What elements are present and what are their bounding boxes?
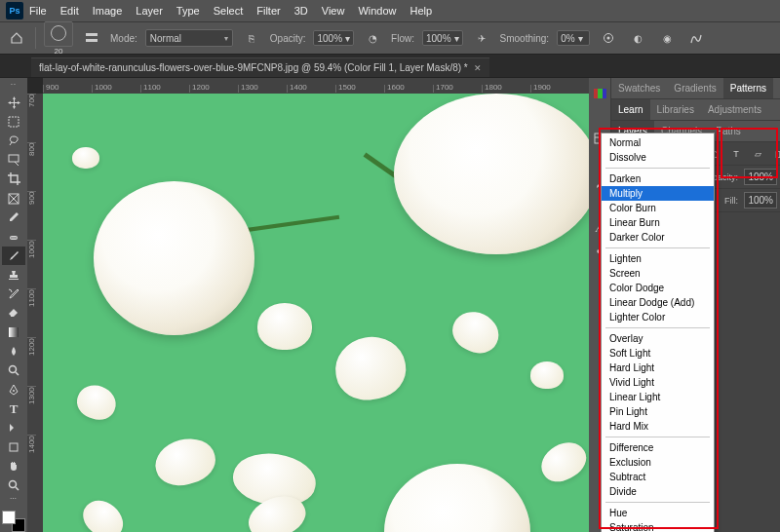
- blend-option-hard-light[interactable]: Hard Light: [602, 361, 714, 375]
- gradient-tool[interactable]: [2, 323, 25, 342]
- airbrush-icon[interactable]: ✈: [471, 27, 492, 49]
- menu-window[interactable]: Window: [358, 5, 396, 17]
- tools-panel: ∙∙ T ⋯: [0, 78, 27, 532]
- tab-learn[interactable]: Learn: [611, 99, 650, 120]
- pressure-opacity-icon[interactable]: ◔: [362, 27, 383, 49]
- menu-edit[interactable]: Edit: [60, 5, 79, 17]
- menu-3d[interactable]: 3D: [294, 5, 308, 17]
- history-brush-tool[interactable]: [2, 285, 25, 304]
- filter-shape-icon[interactable]: ▱: [750, 147, 765, 161]
- selection-tool[interactable]: [2, 150, 25, 170]
- brush-size: 20: [55, 47, 63, 56]
- document-tab[interactable]: flat-lay-of-white-ranunculus-flowers-ove…: [31, 57, 489, 77]
- layer-opacity-input[interactable]: 100%: [744, 169, 777, 185]
- lasso-tool[interactable]: [2, 132, 25, 151]
- blend-option-dissolve[interactable]: Dissolve: [602, 150, 714, 165]
- blend-option-difference[interactable]: Difference: [602, 440, 714, 455]
- brush-tool[interactable]: [2, 247, 25, 266]
- menu-type[interactable]: Type: [176, 5, 200, 17]
- layer-fill-input[interactable]: 100%: [744, 192, 777, 209]
- tab-patterns[interactable]: Patterns: [723, 78, 773, 98]
- blend-option-color-burn[interactable]: Color Burn: [602, 201, 714, 215]
- tab-libraries[interactable]: Libraries: [650, 99, 701, 120]
- blend-mode-select[interactable]: Normal▾: [145, 29, 233, 47]
- smoothing-input[interactable]: 0%▾: [557, 30, 590, 46]
- menu-view[interactable]: View: [322, 5, 345, 17]
- blend-option-vivid-light[interactable]: Vivid Light: [602, 375, 714, 390]
- svg-point-11: [13, 237, 15, 239]
- home-icon[interactable]: [6, 27, 27, 49]
- blend-option-color-dodge[interactable]: Color Dodge: [602, 281, 714, 295]
- frame-tool[interactable]: [2, 189, 25, 209]
- symmetry-icon[interactable]: [685, 27, 707, 49]
- blend-option-multiply[interactable]: Multiply: [602, 186, 714, 201]
- svg-point-18: [10, 481, 17, 488]
- close-icon[interactable]: ✕: [474, 63, 482, 73]
- flow-label: Flow:: [391, 33, 414, 44]
- pressure-size-icon[interactable]: ◉: [656, 27, 678, 49]
- flow-input[interactable]: 100%▾: [422, 30, 463, 46]
- blend-option-darker-color[interactable]: Darker Color: [602, 230, 714, 245]
- type-tool[interactable]: T: [2, 399, 25, 419]
- foreground-background-swatch[interactable]: [2, 511, 25, 531]
- blend-option-divide[interactable]: Divide: [602, 484, 714, 499]
- panel-tabs-row2: Learn Libraries Adjustments: [611, 99, 780, 121]
- marquee-tool[interactable]: [2, 112, 25, 132]
- menu-help[interactable]: Help: [410, 5, 433, 17]
- tab-gradients[interactable]: Gradients: [667, 78, 722, 98]
- menu-file[interactable]: File: [29, 5, 47, 17]
- color-panel-icon[interactable]: [589, 84, 610, 103]
- blend-option-normal[interactable]: Normal: [602, 135, 714, 150]
- shape-tool[interactable]: [2, 437, 25, 457]
- eyedropper-tool[interactable]: [2, 208, 25, 227]
- blend-option-screen[interactable]: Screen: [602, 266, 714, 281]
- blend-option-saturation[interactable]: Saturation: [602, 520, 714, 532]
- menu-select[interactable]: Select: [214, 5, 244, 17]
- blend-option-lighten[interactable]: Lighten: [602, 251, 714, 266]
- blend-option-subtract[interactable]: Subtract: [602, 470, 714, 484]
- pen-tool[interactable]: [2, 380, 25, 399]
- opacity-input[interactable]: 100%▾: [313, 30, 354, 46]
- blend-option-hue[interactable]: Hue: [602, 506, 714, 520]
- zoom-tool[interactable]: [2, 475, 25, 495]
- angle-icon[interactable]: ◐: [627, 27, 648, 49]
- eraser-tool[interactable]: [2, 304, 25, 323]
- brush-preset-picker[interactable]: [44, 21, 73, 47]
- svg-point-12: [15, 237, 17, 239]
- crop-tool[interactable]: [2, 170, 25, 189]
- path-tool[interactable]: [2, 418, 25, 437]
- blend-option-hard-mix[interactable]: Hard Mix: [602, 419, 714, 434]
- tab-paths[interactable]: Paths: [709, 121, 748, 141]
- hand-tool[interactable]: [2, 457, 25, 476]
- blend-option-lighter-color[interactable]: Lighter Color: [602, 310, 714, 324]
- menu-filter[interactable]: Filter: [256, 5, 280, 17]
- tab-adjustments[interactable]: Adjustments: [701, 99, 768, 120]
- blend-option-overlay[interactable]: Overlay: [602, 331, 714, 346]
- blend-option-exclusion[interactable]: Exclusion: [602, 455, 714, 470]
- image-content: [394, 94, 589, 254]
- move-tool[interactable]: [2, 94, 25, 113]
- svg-rect-1: [86, 39, 98, 42]
- more-tools-icon[interactable]: ⋯: [10, 495, 18, 508]
- tab-swatches[interactable]: Swatches: [611, 78, 667, 98]
- blur-tool[interactable]: [2, 342, 25, 361]
- brush-behavior-icon[interactable]: ⎘: [241, 27, 262, 49]
- blend-option-soft-light[interactable]: Soft Light: [602, 346, 714, 361]
- blend-option-linear-dodge-add-[interactable]: Linear Dodge (Add): [602, 295, 714, 310]
- brush-settings-icon[interactable]: [81, 27, 102, 49]
- menu-image[interactable]: Image: [93, 5, 123, 17]
- menu-layer[interactable]: Layer: [136, 5, 163, 17]
- healing-tool[interactable]: [2, 227, 25, 247]
- filter-smart-icon[interactable]: ◫: [771, 147, 780, 161]
- svg-point-3: [607, 37, 610, 40]
- stamp-tool[interactable]: [2, 265, 25, 285]
- blend-option-linear-burn[interactable]: Linear Burn: [602, 215, 714, 230]
- dodge-tool[interactable]: [2, 361, 25, 380]
- grip-icon[interactable]: ∙∙: [11, 81, 17, 94]
- canvas[interactable]: [43, 94, 589, 532]
- blend-option-pin-light[interactable]: Pin Light: [602, 404, 714, 419]
- blend-option-linear-light[interactable]: Linear Light: [602, 390, 714, 404]
- smoothing-settings-icon[interactable]: [598, 27, 619, 49]
- filter-type-icon[interactable]: T: [728, 147, 744, 161]
- blend-option-darken[interactable]: Darken: [602, 171, 714, 186]
